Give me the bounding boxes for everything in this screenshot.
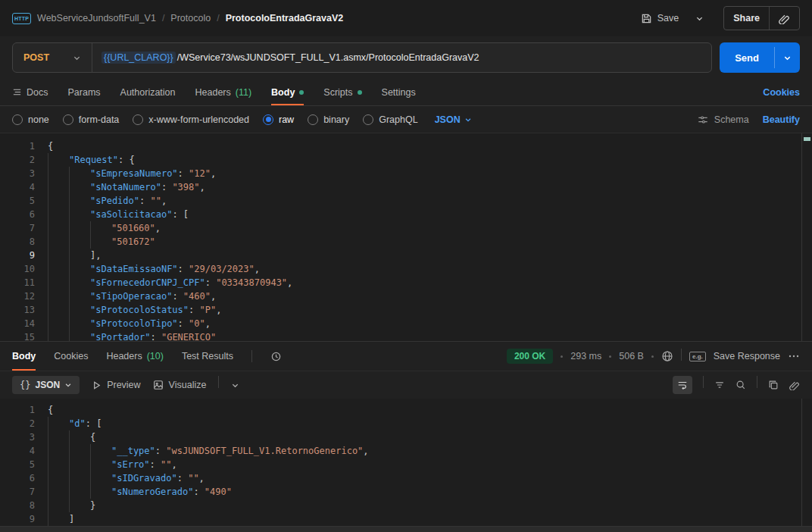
radio-icon [263,114,273,125]
code-line[interactable]: 4"sNotaNumero": "398", [0,180,812,194]
code-line: 7"sNumeroGerado": "490" [0,485,812,499]
tab-label: Params [67,87,100,98]
visualize-button[interactable]: Visualize [153,380,207,390]
send-options-chevron[interactable] [775,42,800,73]
url-input[interactable]: {{URL_CLARO}} /WService73/wsJUNDSOFT_FUL… [92,52,711,64]
line-number: 5 [0,194,35,208]
method-select[interactable]: POST [13,52,92,63]
code-line[interactable]: 14"sProtocoloTipo": "0", [0,317,812,330]
preview-button[interactable]: Preview [92,380,140,390]
editor-overview-ruler[interactable] [801,399,812,532]
code-line[interactable]: 6"saSolicitacao": [ [0,208,812,221]
url-variable-chip[interactable]: {{URL_CLARO}} [102,52,176,64]
tab-docs[interactable]: Docs [12,79,48,105]
tab-headers[interactable]: Headers (11) [195,79,252,105]
chevron-down-icon [64,381,72,389]
code-line[interactable]: 11"sFornecedorCNPJ_CPF": "03343870943", [0,276,812,289]
raw-language-label: JSON [435,114,461,125]
breadcrumb-collection[interactable]: WebServiceJundsoftFull_V1 [37,13,156,23]
save-response-button[interactable]: Save Response [714,351,780,361]
radio-label: form-data [79,114,120,125]
response-view-options: {} JSON Preview Visualize [12,376,239,394]
radio-graphql[interactable]: GraphQL [363,114,417,125]
radio-none[interactable]: none [12,114,49,125]
chevron-down-icon [73,54,81,62]
tab-body[interactable]: Body [271,79,304,105]
tab-params[interactable]: Params [67,79,100,105]
preview-label: Preview [107,380,140,390]
divider [703,376,704,388]
tab-label: Body [271,87,295,98]
response-tab-headers[interactable]: Headers (10) [106,342,163,371]
copy-icon[interactable] [768,380,779,390]
code-line[interactable]: 7"501660", [0,221,812,235]
save-button[interactable]: Save [636,8,684,29]
line-number: 2 [0,153,35,167]
code-line[interactable]: 12"sTipoOperacao": "460", [0,289,812,303]
send-button[interactable]: Send [720,42,774,73]
save-options-chevron[interactable] [691,10,708,27]
response-format-select[interactable]: {} JSON [12,376,80,394]
example-icon: e.g. [689,352,706,361]
tab-authorization[interactable]: Authorization [120,79,176,105]
editor-overview-ruler[interactable] [801,133,812,341]
chevron-down-icon [464,116,472,124]
modified-dot [299,90,304,95]
radio-binary[interactable]: binary [308,114,349,125]
tab-label: Authorization [120,87,176,98]
response-tab-test-results[interactable]: Test Results [182,342,233,371]
link-icon[interactable] [789,380,800,390]
breadcrumb-request[interactable]: ProtocoloEntradaGravaV2 [226,13,344,23]
line-number: 1 [0,403,35,417]
response-size: 506 B [619,351,644,361]
line-number: 7 [0,221,35,235]
radio-raw[interactable]: raw [263,114,294,125]
line-number: 9 [0,249,35,262]
tab-settings[interactable]: Settings [382,79,416,105]
more-views-chevron[interactable] [231,381,239,390]
code-line[interactable]: 13"sProtocoloStatus": "P", [0,303,812,317]
line-number: 10 [0,262,35,276]
code-line[interactable]: 9], [0,249,812,262]
code-line[interactable]: 1{ [0,139,812,153]
response-tab-body[interactable]: Body [12,342,36,371]
request-tabs: Docs Params Authorization Headers (11) B… [12,79,416,105]
response-tab-cookies[interactable]: Cookies [54,342,88,371]
breadcrumb-folder[interactable]: Protocolo [170,13,211,23]
schema-toggle[interactable]: Schema [714,114,749,125]
code-line[interactable]: 10"sDataEmissaoNF": "29/03/2023", [0,262,812,276]
raw-language-select[interactable]: JSON [435,114,472,125]
url-path: /WService73/wsJUNDSOFT_FULL_V1.asmx/Prot… [177,52,479,63]
cookies-link[interactable]: Cookies [763,87,800,98]
code-line[interactable]: 8"501672" [0,235,812,249]
word-wrap-toggle[interactable] [673,376,692,394]
code-line: 1{ [0,403,812,417]
code-line[interactable]: 5"sPedido": "", [0,194,812,208]
line-number: 6 [0,208,35,221]
radio-x-www-form-urlencoded[interactable]: x-www-form-urlencoded [133,114,249,125]
code-line[interactable]: 2"Request": { [0,153,812,167]
more-options-icon[interactable] [788,350,800,362]
history-icon[interactable] [270,351,282,362]
line-number: 5 [0,458,35,471]
response-body-viewer[interactable]: 1{2"d": [3{4"__type": "wsJUNDSOFT_FULL_V… [0,399,812,532]
code-line[interactable]: 3"sEmpresaNumero": "12", [0,167,812,180]
radio-label: raw [279,114,294,125]
horizontal-scrollbar[interactable] [0,526,812,532]
share-button[interactable]: Share [724,7,769,30]
line-number: 12 [0,289,35,303]
tab-label: Cookies [54,351,88,361]
tab-scripts[interactable]: Scripts [323,79,361,105]
beautify-button[interactable]: Beautify [763,114,800,125]
copy-link-button[interactable] [770,7,799,30]
code-line[interactable]: 15"sPortador": "GENERICO" [0,330,812,341]
request-body-editor[interactable]: 1{2"Request": {3"sEmpresaNumero": "12",4… [0,133,812,341]
breadcrumb: HTTP WebServiceJundsoftFull_V1 / Protoco… [12,13,343,24]
divider [218,376,219,388]
network-globe-icon[interactable] [661,350,673,362]
search-icon[interactable] [735,380,746,390]
radio-icon [133,114,143,125]
radio-form-data[interactable]: form-data [63,114,120,125]
response-meta: 200 OK 293 ms 506 B e.g. Save Response [507,349,800,364]
filter-icon[interactable] [714,380,725,390]
